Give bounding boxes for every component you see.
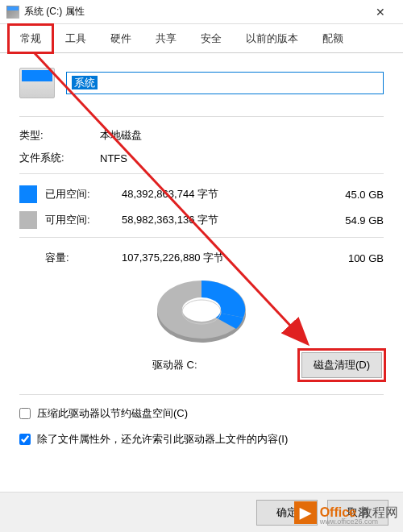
tab-quota[interactable]: 配额: [310, 24, 355, 53]
type-value: 本地磁盘: [100, 128, 384, 143]
used-space-swatch: [19, 185, 37, 203]
filesystem-label: 文件系统:: [19, 151, 100, 165]
compress-checkbox-row[interactable]: 压缩此驱动器以节约磁盘空间(C): [19, 406, 384, 421]
free-space-swatch: [19, 211, 37, 229]
tab-previous-versions[interactable]: 以前的版本: [234, 24, 310, 53]
watermark-url: www.office26.com: [320, 517, 378, 526]
drive-name-input[interactable]: 系统: [66, 72, 384, 94]
tab-content: 系统 类型: 本地磁盘 文件系统: NTFS 已用空间: 48,392,863,…: [0, 53, 403, 466]
tab-bar: 常规 工具 硬件 共享 安全 以前的版本 配额: [0, 24, 403, 53]
type-label: 类型:: [19, 128, 100, 143]
svg-point-2: [182, 297, 221, 322]
watermark: ▶ Office教程网 www.office26.com: [294, 501, 398, 524]
divider: [19, 237, 384, 238]
capacity-size: 100 GB: [327, 252, 384, 264]
tab-sharing[interactable]: 共享: [143, 24, 189, 53]
titlebar: 系统 (C:) 属性 ✕: [0, 0, 403, 24]
compress-checkbox[interactable]: [19, 408, 31, 419]
free-space-size: 54.9 GB: [327, 214, 384, 227]
tab-security[interactable]: 安全: [189, 24, 234, 53]
capacity-label: 容量:: [19, 251, 122, 265]
free-space-label: 可用空间:: [45, 213, 122, 227]
watermark-icon: ▶: [294, 501, 317, 524]
divider: [19, 394, 384, 395]
tab-tools[interactable]: 工具: [53, 24, 98, 53]
divider: [19, 116, 384, 117]
used-space-label: 已用空间:: [45, 187, 122, 202]
index-label: 除了文件属性外，还允许索引此驱动器上文件的内容(I): [37, 432, 288, 447]
divider: [19, 173, 384, 174]
filesystem-value: NTFS: [100, 152, 384, 164]
tab-hardware[interactable]: 硬件: [98, 24, 143, 53]
index-checkbox-row[interactable]: 除了文件属性外，还允许索引此驱动器上文件的内容(I): [19, 432, 384, 447]
disk-cleanup-button[interactable]: 磁盘清理(D): [301, 352, 382, 378]
drive-icon: [6, 6, 19, 19]
free-space-bytes: 58,982,363,136 字节: [122, 213, 327, 227]
capacity-bytes: 107,375,226,880 字节: [122, 251, 327, 265]
drive-large-icon: [19, 68, 55, 98]
window-title: 系统 (C:) 属性: [24, 5, 364, 19]
tab-general[interactable]: 常规: [8, 24, 53, 53]
drive-letter-label: 驱动器 C:: [152, 358, 197, 372]
usage-pie-chart: [149, 275, 254, 347]
close-button[interactable]: ✕: [364, 1, 397, 23]
used-space-size: 45.0 GB: [327, 189, 384, 201]
compress-label: 压缩此驱动器以节约磁盘空间(C): [37, 406, 188, 421]
used-space-bytes: 48,392,863,744 字节: [122, 187, 327, 202]
index-checkbox[interactable]: [19, 434, 31, 445]
